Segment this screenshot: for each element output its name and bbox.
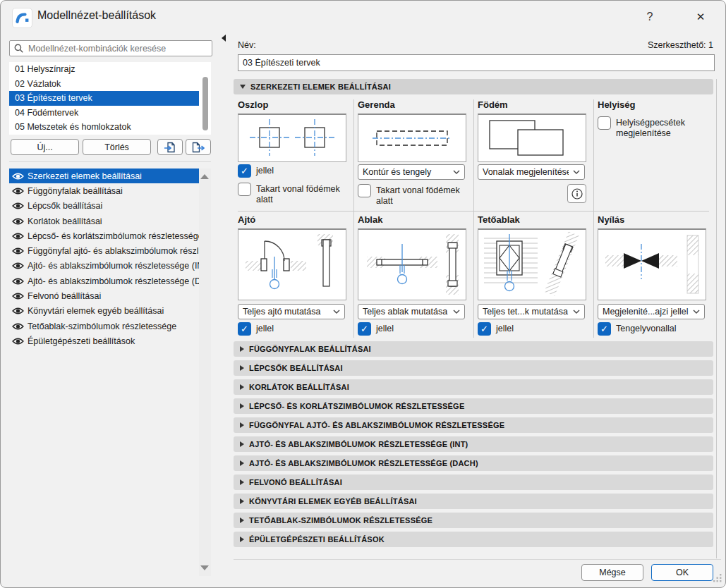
settings-scroll-track[interactable] <box>199 169 211 576</box>
axis-line-checkbox[interactable]: ✓ Tengelyvonallal <box>598 322 676 336</box>
section-railings[interactable]: KORLÁTOK BEÁLLÍTÁSAI <box>234 379 713 395</box>
jellel-checkbox[interactable]: ✓ jellel <box>238 164 274 178</box>
model-view-options-dialog: Modellnézet-beállítások ? ✕ 01 Helyszínr… <box>0 0 726 588</box>
info-button[interactable] <box>567 184 586 203</box>
chevron-right-icon <box>240 517 244 523</box>
eye-icon[interactable] <box>12 277 28 286</box>
eye-icon[interactable] <box>12 337 28 345</box>
checkbox-checked-icon[interactable]: ✓ <box>238 164 251 178</box>
checkbox-checked-icon[interactable]: ✓ <box>358 322 371 336</box>
settings-item[interactable]: Korlátok beállításai <box>9 214 199 228</box>
ok-button[interactable]: OK <box>651 564 713 581</box>
divider <box>238 211 709 212</box>
door-display-dropdown[interactable]: Teljes ajtó mutatása <box>238 304 345 319</box>
window-preview <box>358 228 466 300</box>
eye-icon[interactable] <box>12 292 28 300</box>
beam-display-dropdown[interactable]: Kontúr és tengely <box>358 164 465 180</box>
section-door-window-int[interactable]: AJTÓ- ÉS ABLAKSZIMBÓLUMOK RÉSZLETESSÉGE … <box>234 436 713 452</box>
close-button[interactable]: ✕ <box>686 6 715 27</box>
eye-icon[interactable] <box>12 217 28 226</box>
eye-icon[interactable] <box>12 202 28 210</box>
checkbox-unchecked-icon[interactable] <box>238 183 251 196</box>
panel-title: Ablak <box>358 214 382 225</box>
eye-icon[interactable] <box>12 232 28 240</box>
eye-icon[interactable] <box>12 322 28 331</box>
window-display-dropdown[interactable]: Teljes ablak mutatása <box>358 304 465 319</box>
slab-display-dropdown[interactable]: Vonalak megjelenítése <box>478 164 585 180</box>
section-cw-door-window-symbols[interactable]: FÜGGÖNYFAL AJTÓ- ÉS ABLAKSZIMBÓLUMOK RÉS… <box>234 417 713 433</box>
checkbox-unchecked-icon[interactable] <box>358 184 371 197</box>
delete-button[interactable]: Törlés <box>83 139 151 155</box>
new-button[interactable]: Új... <box>11 139 79 155</box>
help-button[interactable]: ? <box>638 6 662 27</box>
eye-icon[interactable] <box>12 187 28 195</box>
list-item[interactable]: 05 Metszetek és homlokzatok <box>9 120 199 135</box>
checkbox-checked-icon[interactable]: ✓ <box>238 322 251 336</box>
slab-preview <box>478 114 586 162</box>
checkbox-unchecked-icon[interactable] <box>598 116 611 130</box>
import-button[interactable] <box>157 139 183 155</box>
list-item[interactable]: 01 Helyszínrajz <box>9 62 199 77</box>
opening-display-dropdown[interactable]: Megjelenité...ajzi jellel <box>598 304 705 319</box>
hidden-line-checkbox[interactable]: Takart vonal födémek alatt <box>238 183 349 205</box>
settings-item-selected[interactable]: Szerkezeti elemek beállításai <box>9 169 199 183</box>
info-icon <box>571 188 583 200</box>
panel-column: Tetőablak <box>473 213 593 340</box>
dialog-title: Modellnézet-beállítások <box>37 9 156 22</box>
zone-stamps-checkbox[interactable]: Helyiségpecsétek megjelenítése <box>598 116 709 139</box>
beam-preview <box>358 114 466 162</box>
panel-title: Ajtó <box>238 214 255 225</box>
settings-list: Szerkezeti elemek beállításai Függönyfal… <box>9 169 199 349</box>
chevron-right-icon <box>240 403 244 409</box>
section-elevator[interactable]: FELVONÓ BEÁLLÍTÁSAI <box>234 474 713 490</box>
section-door-window-dach[interactable]: AJTÓ- ÉS ABLAKSZIMBÓLUMOK RÉSZLETESSÉGE … <box>234 455 713 471</box>
settings-item[interactable]: Felvonó beállításai <box>9 288 199 303</box>
settings-item[interactable]: Függönyfalak beállításai <box>9 183 199 198</box>
section-mep[interactable]: ÉPÜLETGÉPÉSZETI BEÁLLÍTÁSOK <box>234 532 713 547</box>
name-field[interactable] <box>238 54 715 71</box>
panel-collapse-icon[interactable] <box>222 35 226 42</box>
resize-grip-icon[interactable] <box>713 574 722 585</box>
door-preview <box>238 228 346 300</box>
chevron-right-icon <box>240 441 244 447</box>
settings-item[interactable]: Tetőablak-szimbólumok részletessége <box>9 319 199 333</box>
eye-icon[interactable] <box>12 172 28 180</box>
settings-item[interactable]: Könyvtári elemek egyéb beállításai <box>9 304 199 319</box>
section-curtain-walls[interactable]: FÜGGÖNYFALAK BEÁLLÍTÁSAI <box>234 341 713 357</box>
section-stair-railing-symbols[interactable]: LÉPCSŐ- ÉS KORLÁTSZIMBÓLUMOK RÉSZLETESSÉ… <box>234 398 713 414</box>
settings-item[interactable]: Lépcsők beállításai <box>9 199 199 214</box>
search-input[interactable] <box>27 43 212 54</box>
jellel-checkbox[interactable]: ✓ jellel <box>478 322 514 336</box>
scroll-down-icon[interactable] <box>200 565 209 570</box>
settings-item[interactable]: Függönyfal ajtó- és ablakszimbólumok rés… <box>9 243 199 258</box>
list-item-selected[interactable]: 03 Építészeti tervek <box>9 91 199 106</box>
checkbox-checked-icon[interactable]: ✓ <box>598 322 611 336</box>
section-stairs[interactable]: LÉPCSŐK BEÁLLÍTÁSAI <box>234 360 713 376</box>
opening-preview <box>598 228 706 300</box>
eye-icon[interactable] <box>12 307 28 315</box>
jellel-checkbox[interactable]: ✓ jellel <box>358 322 394 336</box>
panel-column: Nyílás Megjelenité...ajzi jellel ✓ Tenge… <box>593 213 713 340</box>
list-item[interactable]: 04 Födémtervek <box>9 106 199 121</box>
skylight-display-dropdown[interactable]: Teljes tet...k mutatása <box>478 304 585 319</box>
settings-item[interactable]: Épületgépészeti beállítások <box>9 333 199 348</box>
combination-list-scrollbar[interactable] <box>202 77 208 130</box>
section-skylight-symbols[interactable]: TETŐABLAK-SZIMBÓLUMOK RÉSZLETESSÉGE <box>234 513 713 528</box>
list-item[interactable]: 02 Vázlatok <box>9 77 199 92</box>
panel-title: Tetőablak <box>478 214 520 225</box>
right-scrollbar-track[interactable] <box>716 79 717 558</box>
eye-icon[interactable] <box>12 247 28 255</box>
checkbox-checked-icon[interactable]: ✓ <box>478 322 491 336</box>
section-structural-elements[interactable]: SZERKEZETI ELEMEK BEÁLLÍTÁSAI <box>234 79 713 94</box>
cancel-button[interactable]: Mégse <box>581 564 643 581</box>
section-library-misc[interactable]: KÖNYVTÁRI ELEMEK EGYÉB BEÁLLÍTÁSAI <box>234 494 713 509</box>
hidden-line-checkbox[interactable]: Takart vonal födémek alatt <box>358 184 469 207</box>
export-button[interactable] <box>186 139 211 155</box>
settings-item[interactable]: Ajtó- és ablakszimbólumok részletessége … <box>9 274 199 288</box>
eye-icon[interactable] <box>12 262 28 270</box>
jellel-checkbox[interactable]: ✓ jellel <box>238 322 274 336</box>
settings-item[interactable]: Lépcső- és korlátszimbólumok részletessé… <box>9 228 199 243</box>
scroll-up-icon[interactable] <box>200 174 209 179</box>
settings-item[interactable]: Ajtó- és ablakszimbólumok részletessége … <box>9 259 199 274</box>
panel-column: Helyiség Helyiségpecsétek megjelenítése <box>593 98 713 211</box>
